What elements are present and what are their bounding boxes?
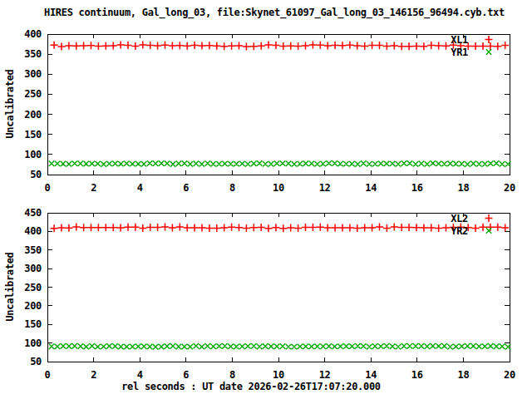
y-tick-label-bottom: 250 — [13, 283, 42, 293]
x-tick-label-top: 12 — [308, 183, 342, 193]
legend-label-yr1: YR1 — [418, 47, 468, 57]
x-tick-label-top: 18 — [446, 183, 480, 193]
legend-label-yr2: YR2 — [418, 226, 468, 236]
y-tick-label-bottom: 200 — [13, 301, 42, 311]
y-tick-label-bottom: 450 — [13, 208, 42, 218]
x-tick-label-top: 14 — [354, 183, 387, 193]
x-tick-label-bottom: 12 — [308, 370, 342, 380]
y-axis-title-top: Uncalibrated — [5, 50, 15, 158]
x-tick-label-top: 8 — [215, 183, 249, 193]
y-tick-label-top: 400 — [13, 29, 42, 39]
series-markers-YR1 — [49, 160, 511, 167]
x-tick-label-top: 10 — [262, 183, 295, 193]
x-tick-label-top: 2 — [77, 183, 111, 193]
legend-sample-YR1 — [486, 49, 491, 54]
x-tick-label-bottom: 16 — [401, 370, 434, 380]
series-markers-YR2 — [49, 343, 511, 350]
y-tick-label-bottom: 100 — [13, 338, 42, 348]
x-tick-label-top: 0 — [31, 183, 64, 193]
x-tick-label-bottom: 8 — [215, 370, 249, 380]
y-tick-label-top: 300 — [13, 69, 42, 79]
y-tick-label-top: 200 — [13, 110, 42, 120]
legend-label-xl1: XL1 — [418, 35, 468, 45]
x-tick-label-bottom: 18 — [446, 370, 480, 380]
y-tick-label-top: 50 — [13, 170, 42, 180]
gnuplot-window: HIRES continuum, Gal_long_03, file:Skyne… — [0, 0, 532, 399]
x-tick-label-bottom: 14 — [354, 370, 387, 380]
x-tick-label-top: 16 — [401, 183, 434, 193]
x-tick-label-bottom: 4 — [123, 370, 156, 380]
plot-svg — [0, 0, 532, 399]
chart-title: HIRES continuum, Gal_long_03, file:Skyne… — [8, 7, 532, 17]
y-tick-label-bottom: 300 — [13, 264, 42, 273]
legend-sample-XL1 — [485, 36, 493, 43]
x-tick-label-bottom: 6 — [170, 370, 203, 380]
y-tick-label-top: 100 — [13, 150, 42, 160]
y-tick-label-bottom: 50 — [13, 357, 42, 367]
y-tick-label-bottom: 150 — [13, 319, 42, 329]
legend-sample-XL2 — [485, 214, 493, 222]
x-tick-label-bottom: 10 — [262, 370, 295, 380]
legend-label-xl2: XL2 — [418, 214, 468, 224]
y-tick-label-bottom: 400 — [13, 226, 42, 236]
x-tick-label-bottom: 2 — [77, 370, 111, 380]
x-tick-label-bottom: 20 — [493, 370, 526, 380]
x-tick-label-bottom: 0 — [31, 370, 64, 380]
x-tick-label-top: 6 — [170, 183, 203, 193]
x-axis-label: rel seconds : UT date 2026-02-26T17:07:2… — [0, 382, 502, 392]
x-tick-label-top: 4 — [123, 183, 156, 193]
y-tick-label-top: 350 — [13, 49, 42, 59]
y-tick-label-bottom: 350 — [13, 245, 42, 255]
y-tick-label-top: 150 — [13, 130, 42, 140]
x-tick-label-top: 20 — [493, 183, 526, 193]
y-tick-label-top: 250 — [13, 89, 42, 99]
